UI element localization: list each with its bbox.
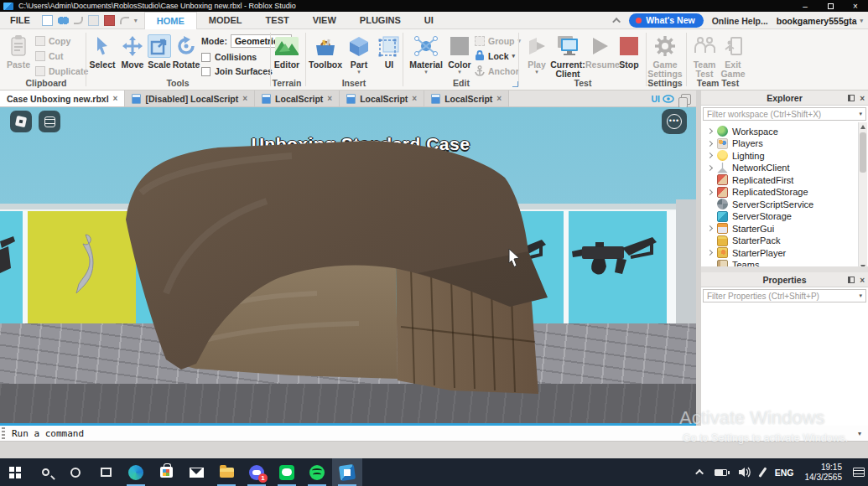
select-tool-button[interactable]: Select <box>87 32 117 70</box>
roblox-menu-button[interactable] <box>10 111 32 132</box>
doc-tab-place[interactable]: Case Unboxing new.rbxl× <box>0 90 125 106</box>
tab-ui[interactable]: UI <box>413 12 445 29</box>
smg-gun[interactable] <box>570 231 667 282</box>
insert-ui-button[interactable]: UI <box>374 32 404 70</box>
battery-icon[interactable] <box>715 469 727 476</box>
tab-view[interactable]: VIEW <box>301 12 348 29</box>
discord-button[interactable]: 1 <box>242 458 272 486</box>
ui-visibility-toggle[interactable]: UI <box>652 94 675 104</box>
whats-new-button[interactable]: What's New <box>629 13 704 28</box>
inventory-list-button[interactable] <box>39 111 60 132</box>
play-dropdown-caret[interactable]: ▾ <box>522 70 552 74</box>
close-button[interactable]: × <box>843 0 868 12</box>
doc-tab-script-1[interactable]: [Disabled] LocalScript× <box>125 90 255 106</box>
paste-quick-icon[interactable] <box>88 15 99 26</box>
doc-tab-script-2[interactable]: LocalScript× <box>255 90 340 106</box>
command-dropdown-caret[interactable]: ▾ <box>858 430 861 437</box>
task-view-button[interactable] <box>91 458 121 486</box>
lock-button[interactable]: Lock▾ <box>475 49 521 62</box>
action-center-icon[interactable] <box>853 468 865 477</box>
scrollbar-thumb[interactable] <box>860 132 866 173</box>
tab-model[interactable]: MODEL <box>197 12 254 29</box>
drag-handle-icon[interactable] <box>2 427 5 439</box>
pen-icon[interactable] <box>759 467 767 477</box>
close-panel-icon[interactable]: × <box>860 276 865 285</box>
roblox-studio-taskbar-button[interactable] <box>332 458 362 486</box>
stop-button[interactable]: Stop <box>614 32 644 70</box>
resume-button[interactable]: Resume <box>585 32 616 70</box>
edit-group-expand-icon[interactable] <box>512 81 518 87</box>
tree-item-serverstorage[interactable]: ServerStorage <box>701 210 856 223</box>
cortana-button[interactable] <box>60 458 91 486</box>
undo-icon[interactable] <box>120 17 129 24</box>
scale-tool-button[interactable]: Scale <box>144 32 174 70</box>
explorer-properties-splitter[interactable] <box>701 266 868 272</box>
expand-chevron-icon[interactable] <box>707 153 713 158</box>
anchor-button[interactable]: Anchor <box>475 65 521 77</box>
file-menu-button[interactable]: FILE <box>0 12 40 29</box>
expand-chevron-icon[interactable] <box>707 189 713 194</box>
game-settings-button[interactable]: GameSettings <box>647 32 683 79</box>
qat-dropdown-icon[interactable]: ▾ <box>134 17 138 24</box>
spotify-button[interactable] <box>302 458 332 486</box>
duplicate-button[interactable]: Duplicate <box>35 65 88 77</box>
dock-icon[interactable] <box>848 277 855 283</box>
close-tab-icon[interactable]: × <box>113 94 118 103</box>
mail-button[interactable] <box>181 458 211 486</box>
command-input[interactable]: Run a command <box>12 428 84 439</box>
tree-item-startergui[interactable]: StarterGui <box>701 222 856 235</box>
properties-filter-input[interactable]: Filter Properties (Ctrl+Shift+P) ▾ <box>703 289 866 302</box>
tab-test[interactable]: TEST <box>254 12 301 29</box>
doc-tab-script-3[interactable]: LocalScript× <box>340 90 424 106</box>
panel-layout-icon[interactable] <box>681 94 691 105</box>
expand-chevron-icon[interactable] <box>707 128 713 134</box>
scroll-up-icon[interactable] <box>860 125 865 129</box>
expand-chevron-icon[interactable] <box>707 250 713 256</box>
current-client-button[interactable]: Current:Client <box>550 32 585 79</box>
tree-item-players[interactable]: Players <box>701 137 856 150</box>
karambit-knife[interactable] <box>69 231 102 298</box>
part-dropdown-caret[interactable]: ▾ <box>344 70 374 74</box>
collapse-ribbon-icon[interactable] <box>612 18 621 26</box>
close-tab-icon[interactable]: × <box>412 94 417 103</box>
volume-icon[interactable] <box>738 467 751 478</box>
more-options-button[interactable]: ••• <box>662 109 687 134</box>
tree-item-starterpack[interactable]: StarterPack <box>701 235 856 247</box>
terrain-editor-button[interactable]: Editor <box>272 32 302 70</box>
tree-item-starterplayer[interactable]: StarterPlayer <box>701 246 856 259</box>
viewport-3d[interactable]: Unboxing Standard Case <box>0 107 696 426</box>
close-tab-icon[interactable]: × <box>496 94 502 103</box>
doc-tab-script-4[interactable]: LocalScript× <box>424 90 509 106</box>
color-dropdown-caret[interactable]: ▾ <box>444 70 475 74</box>
close-tab-icon[interactable]: × <box>242 94 247 103</box>
paste-button[interactable]: Paste <box>3 32 34 70</box>
exit-game-button[interactable]: ExitGame <box>718 32 748 79</box>
material-dropdown-caret[interactable]: ▾ <box>408 70 444 74</box>
team-test-button[interactable]: TeamTest <box>689 32 720 79</box>
store-button[interactable] <box>151 458 181 486</box>
online-help-button[interactable]: Online Help... <box>712 16 768 26</box>
tree-item-replicatedstorage[interactable]: ReplicatedStorage <box>701 186 856 199</box>
minimize-button[interactable]: – <box>793 0 818 12</box>
clock[interactable]: 19:15 14/3/2565 <box>805 463 843 483</box>
dock-icon[interactable] <box>848 95 855 101</box>
start-button[interactable] <box>0 458 30 486</box>
wooden-hut[interactable] <box>116 126 560 402</box>
play-button[interactable]: Play ▾ <box>522 32 552 74</box>
file-explorer-button[interactable] <box>211 458 242 486</box>
restore-button[interactable] <box>818 0 843 12</box>
toolbox-button[interactable]: Toolbox <box>309 32 342 70</box>
line-button[interactable] <box>272 458 302 486</box>
part-button[interactable]: Part ▾ <box>344 32 374 74</box>
expand-chevron-icon[interactable] <box>707 164 713 170</box>
search-button[interactable] <box>30 458 60 486</box>
explorer-scrollbar[interactable] <box>858 122 867 271</box>
tab-plugins[interactable]: PLUGINS <box>348 12 413 29</box>
material-button[interactable]: Material ▾ <box>408 32 444 74</box>
copy-button[interactable]: Copy <box>35 34 88 47</box>
tree-item-networkclient[interactable]: NetworkClient <box>701 162 856 174</box>
expand-chevron-icon[interactable] <box>707 225 713 231</box>
tree-item-lighting[interactable]: Lighting <box>701 149 856 162</box>
explorer-filter-input[interactable]: Filter workspace (Ctrl+Shift+X) ▾ <box>703 107 866 121</box>
join-surfaces-checkbox[interactable] <box>201 67 211 76</box>
